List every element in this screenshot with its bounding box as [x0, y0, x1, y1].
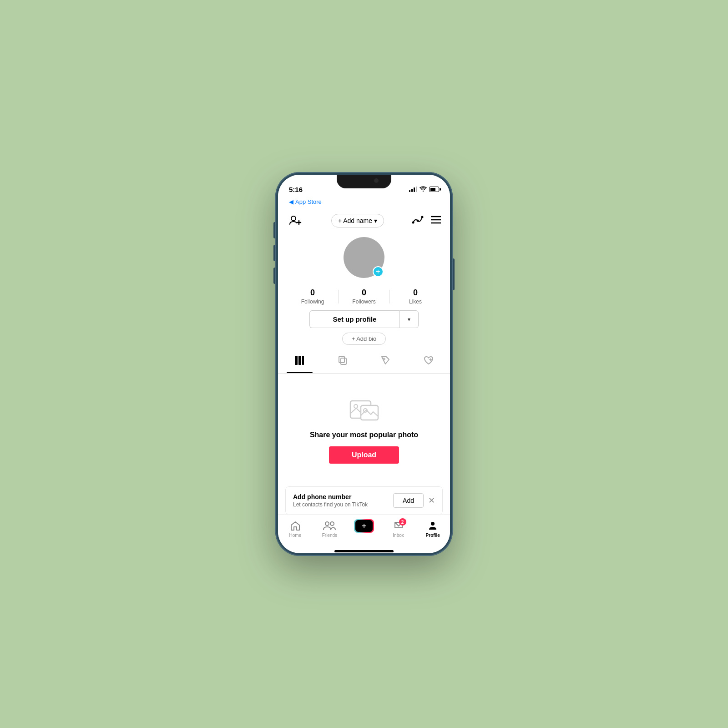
svg-point-16	[354, 404, 358, 408]
home-indicator	[334, 550, 394, 552]
scroll-content: + 0 Following 0 Followers 0	[278, 233, 450, 514]
svg-point-0	[291, 216, 296, 221]
add-name-button[interactable]: + Add name ▾	[331, 214, 384, 228]
svg-point-20	[330, 522, 334, 526]
inbox-label: Inbox	[393, 533, 404, 538]
banner-add-button[interactable]: Add	[393, 493, 424, 508]
following-stat[interactable]: 0 Following	[287, 288, 338, 305]
dropdown-chevron-icon: ▾	[408, 316, 410, 323]
upload-area: Share your most popular photo Upload	[278, 374, 450, 482]
profile-label: Profile	[426, 533, 440, 538]
menu-icon[interactable]	[431, 216, 441, 226]
notch	[337, 175, 391, 188]
inbox-icon: 2	[393, 521, 404, 531]
followers-label: Followers	[352, 298, 375, 305]
likes-stat[interactable]: 0 Likes	[390, 288, 441, 305]
add-name-label: + Add name	[338, 217, 372, 224]
banner-subtitle: Let contacts find you on TikTok	[293, 501, 393, 508]
svg-point-19	[325, 522, 329, 526]
back-chevron-icon: ◀	[289, 198, 293, 205]
tab-tagged[interactable]	[364, 350, 407, 373]
upload-title: Share your most popular photo	[310, 431, 418, 439]
svg-rect-11	[302, 356, 304, 365]
wifi-icon	[420, 186, 427, 193]
nav-item-home[interactable]: Home	[278, 521, 313, 538]
followers-count: 0	[362, 288, 366, 298]
content-tabs	[278, 350, 450, 374]
setup-profile-button[interactable]: Set up profile	[309, 310, 399, 328]
repost-icon	[337, 355, 348, 369]
svg-point-5	[421, 216, 424, 218]
phone-number-banner: Add phone number Let contacts find you o…	[285, 486, 443, 514]
inbox-badge: 2	[399, 518, 406, 526]
nav-item-profile[interactable]: Profile	[415, 521, 450, 538]
profile-nav-icon	[427, 521, 438, 531]
svg-point-4	[417, 220, 419, 222]
svg-rect-9	[295, 356, 298, 365]
status-time: 5:16	[289, 186, 303, 193]
bottom-nav: Home Friends + .	[278, 514, 450, 548]
svg-point-3	[412, 222, 415, 224]
photo-placeholder-icon	[348, 396, 380, 424]
svg-rect-10	[298, 356, 301, 365]
back-label: App Store	[295, 198, 322, 205]
friends-label: Friends	[322, 533, 337, 538]
friends-icon	[323, 521, 336, 531]
liked-icon	[423, 355, 434, 369]
effects-icon[interactable]	[412, 214, 424, 227]
tab-reposts[interactable]	[321, 350, 364, 373]
app-store-back[interactable]: ◀ App Store	[278, 197, 450, 209]
setup-profile-row: Set up profile ▾	[309, 310, 419, 328]
signal-icon	[409, 187, 417, 192]
add-user-button[interactable]	[287, 212, 303, 229]
following-count: 0	[310, 288, 315, 298]
avatar-container[interactable]: +	[344, 237, 384, 278]
likes-label: Likes	[409, 298, 422, 305]
tab-liked[interactable]	[407, 350, 450, 373]
tab-posts[interactable]	[278, 350, 321, 373]
banner-text: Add phone number Let contacts find you o…	[293, 493, 393, 508]
svg-rect-13	[341, 358, 346, 364]
likes-count: 0	[413, 288, 418, 298]
upload-button[interactable]: Upload	[329, 446, 399, 464]
svg-point-14	[383, 358, 385, 360]
following-label: Following	[301, 298, 324, 305]
phone-screen: 5:16	[278, 175, 450, 553]
camera-notch	[374, 178, 379, 183]
banner-title: Add phone number	[293, 493, 393, 500]
add-bio-button[interactable]: + Add bio	[342, 333, 386, 345]
tagged-icon	[380, 355, 391, 369]
profile-header: + Add name ▾	[278, 209, 450, 233]
battery-icon	[429, 187, 439, 192]
svg-rect-12	[339, 356, 344, 363]
nav-item-inbox[interactable]: 2 Inbox	[381, 521, 416, 538]
status-icons	[409, 186, 439, 193]
svg-point-21	[431, 522, 435, 526]
profile-section: + 0 Following 0 Followers 0	[278, 233, 450, 350]
home-icon	[290, 521, 301, 531]
stats-row: 0 Following 0 Followers 0 Likes	[287, 288, 441, 305]
phone-device: 5:16	[275, 172, 453, 556]
home-label: Home	[289, 533, 301, 538]
posts-grid-icon	[294, 355, 305, 369]
nav-item-create[interactable]: + .	[347, 519, 381, 539]
followers-stat[interactable]: 0 Followers	[339, 288, 389, 305]
chevron-down-icon: ▾	[374, 217, 377, 224]
avatar-plus-button[interactable]: +	[373, 266, 384, 277]
banner-close-button[interactable]: ✕	[428, 495, 435, 506]
header-right	[412, 214, 441, 227]
nav-item-friends[interactable]: Friends	[313, 521, 347, 538]
create-plus-button[interactable]: +	[354, 519, 374, 533]
setup-dropdown-button[interactable]: ▾	[399, 310, 419, 328]
